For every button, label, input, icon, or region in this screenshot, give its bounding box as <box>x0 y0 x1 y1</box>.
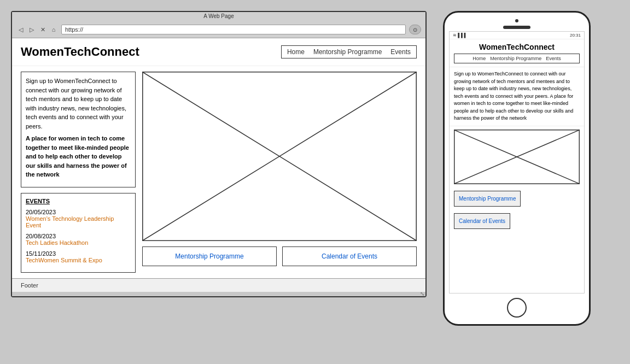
close-icon[interactable]: ✕ <box>38 25 47 34</box>
browser-content: WomenTechConnect Home Mentorship Program… <box>12 38 425 292</box>
hero-image <box>142 72 417 241</box>
site-header: WomenTechConnect Home Mentorship Program… <box>12 38 425 66</box>
browser-toolbar: ◁ ▷ ✕ ⌂ ⊙ <box>12 21 425 38</box>
event-title-1[interactable]: Women's Technology Leadership Event <box>26 215 131 228</box>
mobile-camera <box>515 19 518 22</box>
site-footer: Footer <box>12 278 425 292</box>
mobile-nav-mentorship[interactable]: Mentorship Programme <box>490 56 541 61</box>
site-logo: WomenTechConnect <box>21 45 139 59</box>
cta-buttons: Mentorship Programme Calendar of Events <box>142 246 417 266</box>
mobile-signal-icon: ≋ ▌▌▌ <box>453 33 467 38</box>
mobile-calendar-button[interactable]: Calendar of Events <box>454 213 510 229</box>
mobile-status-bar: ≋ ▌▌▌ 20:31 <box>450 32 584 39</box>
description-para2: A place for women in tech to come togeth… <box>26 134 131 179</box>
event-date-2: 20/08/2023 <box>26 233 131 239</box>
mobile-logo: WomenTechConnect <box>454 43 580 51</box>
search-icon[interactable]: ⊙ <box>409 25 421 34</box>
nav-home[interactable]: Home <box>287 48 305 56</box>
calendar-of-events-button[interactable]: Calendar of Events <box>282 246 417 266</box>
mobile-speaker <box>503 26 530 29</box>
mobile-screen: ≋ ▌▌▌ 20:31 WomenTechConnect Home Mentor… <box>449 31 585 293</box>
mobile-nav: Home Mentorship Programme Events <box>454 54 580 63</box>
nav-mentorship[interactable]: Mentorship Programme <box>313 48 382 56</box>
site-sidebar: Sign up to WomenTechConnect to connect w… <box>21 72 136 273</box>
event-date-3: 15/11/2023 <box>26 250 131 257</box>
page-wrapper: A Web Page ◁ ▷ ✕ ⌂ ⊙ WomenTechConnect Ho… <box>0 0 630 364</box>
back-icon[interactable]: ◁ <box>16 25 25 34</box>
browser-scrollbar[interactable]: ⤡ <box>12 292 425 296</box>
mobile-hero-image <box>454 130 580 184</box>
mobile-time: 20:31 <box>570 33 581 38</box>
browser-nav-icons: ◁ ▷ ✕ ⌂ <box>16 25 58 34</box>
forward-icon[interactable]: ▷ <box>27 25 36 34</box>
mobile-nav-home[interactable]: Home <box>472 56 486 61</box>
mobile-site-header: WomenTechConnect Home Mentorship Program… <box>450 39 584 67</box>
home-icon[interactable]: ⌂ <box>49 25 58 34</box>
description-para1: Sign up to WomenTechConnect to connect w… <box>26 77 131 131</box>
browser-title: A Web Page <box>12 12 425 21</box>
address-bar[interactable] <box>61 25 406 34</box>
mobile-description: Sign up to WomenTechConnect to connect w… <box>450 67 584 126</box>
list-item: 15/11/2023 TechWomen Summit & Expo <box>26 250 131 263</box>
site-nav: Home Mentorship Programme Events <box>281 45 417 58</box>
browser-mockup: A Web Page ◁ ▷ ✕ ⌂ ⊙ WomenTechConnect Ho… <box>11 11 427 297</box>
mobile-home-button[interactable] <box>507 298 527 318</box>
mobile-nav-events[interactable]: Events <box>546 56 561 61</box>
site-main: Sign up to WomenTechConnect to connect w… <box>12 66 425 278</box>
description-box: Sign up to WomenTechConnect to connect w… <box>21 72 136 187</box>
scrollbar-thumb: ⤡ <box>420 291 424 297</box>
site-content-area: Mentorship Programme Calendar of Events <box>142 72 417 273</box>
list-item: 20/05/2023 Women's Technology Leadership… <box>26 209 131 228</box>
events-header: EVENTS <box>26 198 131 204</box>
nav-events[interactable]: Events <box>390 48 411 56</box>
mobile-mentorship-button[interactable]: Mentorship Programme <box>454 191 521 207</box>
event-title-3[interactable]: TechWomen Summit & Expo <box>26 257 131 263</box>
events-box: EVENTS 20/05/2023 Women's Technology Lea… <box>21 193 136 273</box>
list-item: 20/08/2023 Tech Ladies Hackathon <box>26 233 131 246</box>
mobile-mockup: ≋ ▌▌▌ 20:31 WomenTechConnect Home Mentor… <box>443 11 591 326</box>
event-date-1: 20/05/2023 <box>26 209 131 215</box>
mentorship-programme-button[interactable]: Mentorship Programme <box>142 246 277 266</box>
event-title-2[interactable]: Tech Ladies Hackathon <box>26 239 131 246</box>
